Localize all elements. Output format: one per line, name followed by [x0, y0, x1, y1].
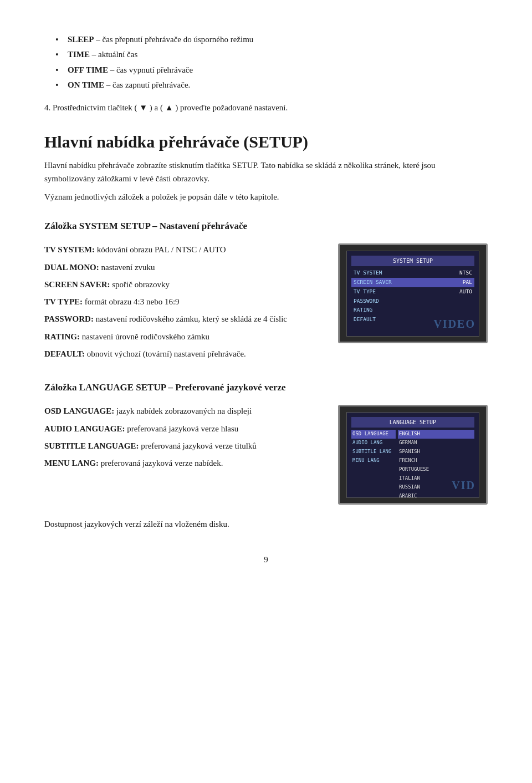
srow-3: TV TYPE AUTO	[351, 287, 474, 297]
srow-2: SCREEN SAVER PAL	[351, 278, 474, 287]
system-title-bar: SYSTEM SETUP	[351, 256, 474, 267]
system-feature-5: RATING: nastavení úrovně rodičovského zá…	[44, 331, 325, 343]
lang-left-subtitle: SUBTITLE LANG	[351, 448, 396, 456]
system-screenshot-inner: SYSTEM SETUP TV SYSTEM NTSC SCREEN SAVER…	[346, 251, 479, 337]
system-features-list: TV SYSTEM: kódování obrazu PAL / NTSC / …	[44, 243, 325, 365]
lang-screenshot-container: LANGUAGE SETUP OSD LANGUAGE AUDIO LANG S…	[338, 405, 488, 505]
system-feature-2: SCREEN SAVER: spořič obrazovky	[44, 278, 325, 291]
lang-feature-0: OSD LANGUAGE: jazyk nabídek zobrazovanýc…	[44, 405, 325, 418]
bullet-on-time-desc: – čas zapnutí přehrávače.	[106, 80, 191, 89]
system-feature-3: TV TYPE: formát obrazu 4:3 nebo 16:9	[44, 296, 325, 308]
lang-left-osd: OSD LANGUAGE	[351, 430, 396, 439]
lang-video-logo: VID	[452, 477, 475, 494]
main-heading: Hlavní nabídka přehrávače (SETUP)	[44, 131, 488, 152]
lang-french: FRENCH	[398, 456, 474, 465]
srow-1: TV SYSTEM NTSC	[351, 268, 474, 278]
bullet-list: SLEEP – čas přepnutí přehrávače do úspor…	[44, 33, 488, 91]
lang-feature-3: MENU LANG: preferovaná jazyková verze na…	[44, 457, 325, 470]
lang-portuguese: PORTUGUESE	[398, 465, 474, 474]
system-feature-6: DEFAULT: obnovit výchozí (tovární) nasta…	[44, 348, 325, 360]
section2-heading: Záložka LANGUAGE SETUP – Preferované jaz…	[44, 380, 488, 395]
bullet-time-desc: – aktuální čas	[92, 50, 137, 59]
bullet-time-label: TIME	[68, 50, 90, 59]
system-tv-screenshot: SYSTEM SETUP TV SYSTEM NTSC SCREEN SAVER…	[338, 243, 488, 343]
bullet-on-time: ON TIME – čas zapnutí přehrávače.	[55, 79, 488, 91]
bullet-time: TIME – aktuální čas	[55, 48, 488, 61]
lang-features-list: OSD LANGUAGE: jazyk nabídek zobrazovanýc…	[44, 405, 325, 474]
lang-feature-1: AUDIO LANGUAGE: preferovaná jazyková ver…	[44, 423, 325, 435]
lang-title-bar: LANGUAGE SETUP	[351, 417, 474, 428]
lang-left-audio: AUDIO LANG	[351, 439, 396, 448]
lang-english: ENGLISH	[398, 430, 474, 439]
lang-left-menu: MENU LANG	[351, 456, 396, 465]
language-setup-section: OSD LANGUAGE: jazyk nabídek zobrazovanýc…	[44, 405, 488, 505]
section1-heading: Záložka SYSTEM SETUP – Nastavení přehráv…	[44, 219, 488, 233]
page-number: 9	[44, 553, 488, 566]
system-feature-0: TV SYSTEM: kódování obrazu PAL / NTSC / …	[44, 243, 325, 256]
srow-5: RATING	[351, 306, 474, 315]
intro-para-1: Hlavní nabídku přehrávače zobrazíte stis…	[44, 159, 488, 185]
bullet-sleep-desc: – čas přepnutí přehrávače do úsporného r…	[96, 35, 253, 44]
bullet-off-time: OFF TIME – čas vypnutí přehrávače	[55, 64, 488, 77]
intro-para-2: Význam jednotlivých záložek a položek je…	[44, 191, 488, 204]
bullet-off-time-desc: – čas vypnutí přehrávače	[110, 65, 193, 74]
closing-text: Dostupnost jazykových verzí záleží na vl…	[44, 518, 488, 531]
bullet-on-time-label: ON TIME	[68, 80, 104, 89]
lang-left-col: OSD LANGUAGE AUDIO LANG SUBTITLE LANG ME…	[351, 430, 396, 501]
lang-screenshot-inner: LANGUAGE SETUP OSD LANGUAGE AUDIO LANG S…	[346, 412, 479, 498]
system-video-logo: VIDEO	[433, 316, 475, 333]
lang-spanish: SPANISH	[398, 448, 474, 456]
system-setup-section: TV SYSTEM: kódování obrazu PAL / NTSC / …	[44, 243, 488, 365]
instruction-text: 4. Prostřednictvím tlačítek ( ▼ ) a ( ▲ …	[44, 101, 488, 114]
system-feature-4: PASSWORD: nastavení rodičovského zámku, …	[44, 313, 325, 326]
lang-german: GERMAN	[398, 439, 474, 448]
srow-4: PASSWORD	[351, 297, 474, 306]
lang-tv-screenshot: LANGUAGE SETUP OSD LANGUAGE AUDIO LANG S…	[338, 405, 488, 505]
lang-feature-2: SUBTITLE LANGUAGE: preferovaná jazyková …	[44, 440, 325, 452]
bullet-sleep: SLEEP – čas přepnutí přehrávače do úspor…	[55, 33, 488, 46]
system-feature-1: DUAL MONO: nastavení zvuku	[44, 261, 325, 274]
system-screenshot-container: SYSTEM SETUP TV SYSTEM NTSC SCREEN SAVER…	[338, 243, 488, 343]
bullet-sleep-label: SLEEP	[68, 35, 94, 44]
bullet-off-time-label: OFF TIME	[68, 65, 108, 74]
